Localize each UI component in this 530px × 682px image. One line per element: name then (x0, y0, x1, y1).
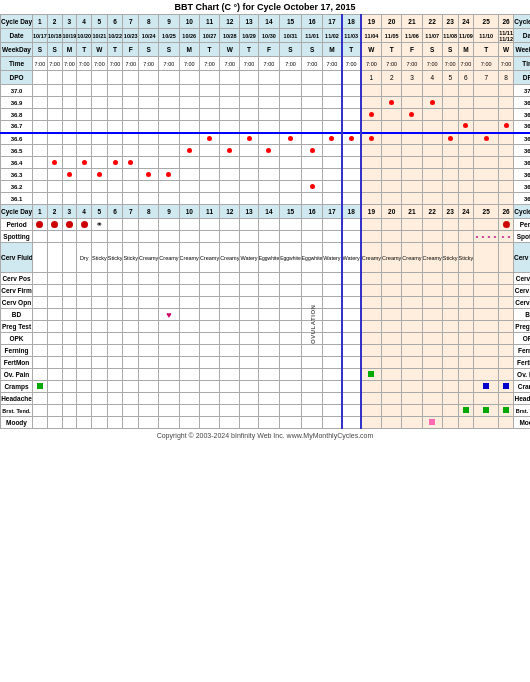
temp-row-369: 36.9 36.9 (1, 97, 531, 109)
brst-tend-row: Brst. Tend. Brst. Tend. (1, 405, 531, 417)
headache-row: Headache Headache (1, 393, 531, 405)
cycle-day-label: Cycle Day (1, 15, 33, 29)
temp-row-363: 36.3 36.3 (1, 169, 531, 181)
moody-row: Moody Moody (1, 417, 531, 429)
opk-row: OPK OPK (1, 333, 531, 345)
period-row: Period ⚭ Period (1, 219, 531, 231)
dpo-row: DPO 1 2 3 4 5 6 7 8 DPO (1, 71, 531, 85)
time-row: Time 7:00 7:00 7:00 7:00 7:00 7:00 7:00 … (1, 57, 531, 71)
bd-row: BD ♥ BD (1, 309, 531, 321)
temp-row-362: 36.2 36.2 (1, 181, 531, 193)
fertmon-row: FertMon FertMon (1, 357, 531, 369)
weekday-row: WeekDay SSM TWT FSS MTW TFS SM T W T F S… (1, 43, 531, 57)
preg-test-row: Preg Test Preg Test (1, 321, 531, 333)
temp-row-364: 36.4 36.4 (1, 157, 531, 169)
cramps-row: Cramps Cramps (1, 381, 531, 393)
cycle-day-bottom-row: Cycle Day 123 456 789 101112 131415 1617… (1, 205, 531, 219)
copyright: Copyright © 2003-2024 bInfinity Web Inc.… (0, 429, 530, 442)
cerv-fluid-row: Cerv Fluid Dry Sticky Sticky Sticky Crea… (1, 243, 531, 273)
cerv-firm-row: Cerv Firm Cerv Firm (1, 285, 531, 297)
temp-row-370: 37.0 37.0 (1, 85, 531, 97)
cerv-pos-row: Cerv Pos Cerv Pos (1, 273, 531, 285)
date-row: Date 10/17 10/18 10/19 10/20 10/21 10/22… (1, 29, 531, 43)
temp-row-366: 36.6 36.6 (1, 133, 531, 145)
temp-row-365: 36.5 36.5 (1, 145, 531, 157)
spotting-row: Spotting ⚬⚬⚬⚬ ⚬⚬ Spotting (1, 231, 531, 243)
temp-row-361: 36.1 36.1 (1, 193, 531, 205)
title-bar: BBT Chart (C °) for Cycle October 17, 20… (0, 0, 530, 14)
cerv-opn-row: Cerv Opn Cerv Opn (1, 297, 531, 309)
ferning-row: Ferning Ferning (1, 345, 531, 357)
temp-row-367: 36.7 36.7 (1, 121, 531, 133)
temp-row-368: 36.8 36.8 (1, 109, 531, 121)
cycle-day-row: Cycle Day 123 456 789 101112 131415 1617… (1, 15, 531, 29)
ov-pain-row: Ov. Pain Ov. Pain (1, 369, 531, 381)
